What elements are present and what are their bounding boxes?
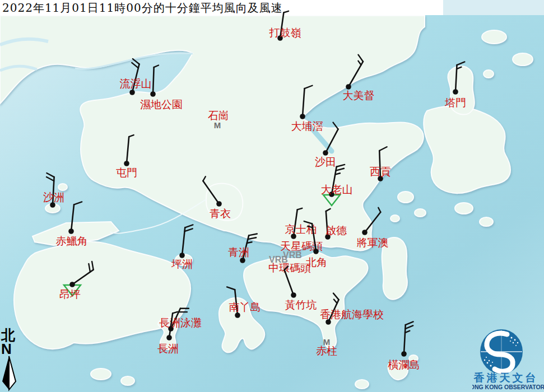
station-tap-mun: 塔門 (444, 62, 466, 109)
station-label: 濕地公園 (140, 98, 183, 110)
station-ngong-ping: 昂坪 (59, 262, 94, 300)
wind-barb-tick (333, 293, 339, 300)
station-chek-lap-kok: 赤鱲角 (56, 202, 88, 247)
wind-barb-staff (71, 204, 74, 231)
hko-logo-english: HONG KONG OBSERVATORY (472, 384, 544, 390)
wind-barb-tick (89, 264, 90, 272)
north-letter-label: N (1, 343, 24, 355)
station-dot (68, 228, 74, 234)
wind-barb-tick (247, 242, 252, 243)
wind-barb-tick (457, 62, 465, 65)
wind-barb-tick (297, 208, 303, 210)
wind-barb-tick (283, 11, 289, 13)
wind-barb-tick (92, 262, 94, 270)
wind-barb-staff (326, 129, 338, 153)
station-label: 青洲 (228, 246, 249, 258)
station-dot (124, 161, 129, 166)
station-dot (129, 90, 135, 95)
wind-barb-tick (304, 86, 312, 88)
station-dot (401, 351, 407, 357)
station-dot (453, 89, 458, 95)
station-dot (313, 249, 319, 254)
wind-barb-tick (132, 63, 138, 68)
wind-barb-tick (379, 147, 387, 151)
station-label: 長洲 (157, 342, 179, 354)
wind-barb-staff (203, 181, 219, 204)
wind-barb-tick (249, 234, 257, 236)
station-dot (150, 91, 156, 97)
station-shek-kong: M石崗 (208, 109, 229, 130)
station-label: 石崗 (208, 109, 229, 122)
station-lau-fau-shan: 流浮山 (120, 59, 152, 95)
station-dot (216, 201, 222, 207)
station-tseung-kwan-o: 將軍澳 (357, 208, 389, 249)
station-dot (240, 258, 245, 263)
station-label: 大美督 (343, 89, 375, 101)
north-arrow-icon (1, 355, 21, 392)
station-tai-mei-tuk: 大美督 (343, 55, 375, 101)
wind-barb-tick (203, 176, 206, 181)
station-label: 西貢 (370, 165, 391, 178)
station-tai-po-kau: 大埔滘 (291, 86, 323, 132)
station-dot (323, 150, 328, 156)
wind-barb-tick (405, 325, 413, 329)
wind-barb-tick (129, 135, 133, 137)
station-dot (69, 282, 75, 287)
station-label: 北角 (306, 256, 327, 268)
wind-barb-tick (154, 66, 159, 68)
wind-barb-tick (336, 169, 343, 171)
station-label: 赤鱲角 (56, 235, 88, 247)
wind-barb-staff (153, 67, 154, 94)
wind-barb-tick (378, 208, 380, 212)
station-label: 打鼓嶺 (269, 26, 301, 39)
station-label: 將軍澳 (357, 236, 389, 249)
north-indicator: 北 N (1, 328, 24, 392)
wind-barb-tick (334, 300, 337, 304)
wind-barb-tick (173, 312, 178, 314)
station-label: 流浮山 (120, 77, 152, 90)
wind-barb-tick (333, 123, 338, 129)
station-label: 塔門 (444, 96, 466, 109)
station-sha-chau: 沙洲 (43, 173, 64, 208)
station-label: 啟德 (326, 224, 347, 236)
wind-barb-tick (248, 237, 256, 239)
station-label: 沙田 (315, 156, 336, 168)
station-lamma-island: 南丫島 (227, 287, 261, 318)
station-cheung-chau-beach: 長洲泳灘 (159, 309, 202, 332)
station-label: 赤柱 (316, 344, 337, 357)
wind-barb-staff (303, 88, 304, 116)
missing-data-marker: M (214, 120, 221, 130)
station-label: 香港航海學校 (320, 308, 384, 320)
wind-barb-tick (337, 165, 345, 167)
wind-barb-staff (365, 212, 380, 232)
station-waglan-island: 橫瀾島 (388, 321, 420, 371)
station-label: 黃竹坑 (285, 298, 317, 311)
station-dot (362, 230, 368, 235)
station-dot (291, 292, 296, 298)
wind-barb-tick (326, 209, 331, 211)
station-label: 長洲泳灘 (159, 316, 202, 329)
station-tsing-yi: 青衣 (203, 176, 231, 220)
station-tates-cairn: 大老山 (321, 165, 353, 206)
station-sai-kung: 西貢 (370, 147, 391, 181)
wind-barb-tick (227, 287, 235, 290)
station-label: 橫瀾島 (388, 358, 420, 371)
station-label: 中環碼頭 (268, 262, 311, 274)
station-label: 沙洲 (43, 191, 64, 203)
station-dot (235, 312, 240, 318)
station-dot (166, 335, 172, 340)
station-label: 坪洲 (171, 258, 193, 270)
station-label: 大老山 (321, 183, 353, 195)
wind-barb-tick (47, 173, 54, 177)
station-peng-chau: 坪洲 (171, 225, 193, 270)
wind-barb-tick (358, 55, 363, 62)
station-kai-tak: 啟德 (325, 209, 347, 240)
hko-logo-chinese: 香港天文台 (473, 371, 538, 384)
wind-barb-tick (184, 228, 192, 231)
wind-map-stage: 2022年11月01日11時00分的十分鐘平均風向及風速 打鼓嶺流浮山濕地公園M… (0, 0, 544, 392)
station-label: 南丫島 (229, 301, 261, 313)
hko-logo: 香港天文台 HONG KONG OBSERVATORY (472, 326, 544, 392)
station-label: 青衣 (210, 207, 231, 220)
wind-barb-tick (47, 177, 54, 181)
station-hk-sea-school: 香港航海學校 (320, 293, 384, 325)
